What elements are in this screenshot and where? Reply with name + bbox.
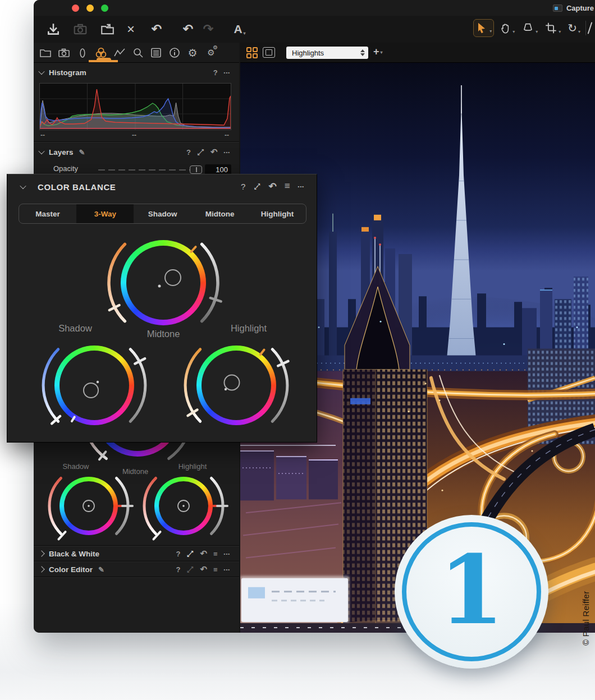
tab-exposure[interactable] bbox=[112, 45, 127, 60]
highlight-wheel-small[interactable] bbox=[139, 461, 228, 551]
color-editor-header[interactable]: Color Editor ✎ ? ↗↙ ↶ ≡ ••• bbox=[34, 562, 239, 577]
select-arrows-icon bbox=[359, 48, 366, 57]
proof-view-button[interactable] bbox=[263, 47, 275, 58]
help-icon[interactable]: ? bbox=[186, 148, 191, 156]
minimize-button[interactable] bbox=[86, 4, 94, 12]
stage: Capture × ↶ ↶ ↷ bbox=[0, 0, 595, 700]
menu-icon[interactable]: ≡ bbox=[213, 565, 218, 574]
titlebar: Capture bbox=[34, 0, 595, 16]
shadow-wheel-small[interactable] bbox=[44, 461, 134, 551]
expand-icon[interactable]: ↗↙ bbox=[197, 149, 204, 156]
undo-button[interactable]: ↶ bbox=[178, 20, 198, 39]
tab-settings[interactable]: ⚙ bbox=[185, 45, 200, 60]
tab-details[interactable] bbox=[131, 45, 145, 60]
histogram-svg bbox=[40, 84, 231, 130]
camera-icon bbox=[58, 47, 70, 59]
tick-label: -- bbox=[40, 131, 45, 139]
reset-icon[interactable]: ↶ bbox=[200, 564, 207, 574]
chevron-right-icon bbox=[38, 550, 44, 556]
wheel-arcs bbox=[44, 461, 134, 551]
opacity-slider-track[interactable] bbox=[98, 169, 199, 171]
help-icon[interactable]: ? bbox=[241, 182, 245, 191]
capture-button[interactable] bbox=[71, 20, 90, 39]
expand-icon[interactable]: ↗↙ bbox=[186, 550, 194, 558]
highlight-wheel[interactable] bbox=[177, 326, 295, 444]
more-icon[interactable]: ••• bbox=[224, 551, 230, 556]
cursor-tool-button[interactable]: ▾ bbox=[473, 19, 494, 37]
selected-tab-indicator-bump bbox=[97, 58, 111, 61]
wheel-arcs bbox=[177, 326, 295, 444]
tab-info[interactable] bbox=[167, 45, 182, 60]
tab-library[interactable] bbox=[38, 45, 53, 60]
crop-tool-button[interactable]: ▾ bbox=[543, 19, 562, 37]
more-icon[interactable]: ••• bbox=[298, 184, 304, 189]
menu-icon[interactable]: ≡ bbox=[213, 550, 218, 558]
text-tool-icon: A bbox=[234, 22, 242, 36]
photo-credit: © Paul Reiffer bbox=[581, 550, 592, 646]
reset-icon[interactable]: ↶ bbox=[200, 549, 207, 559]
shadow-wheel[interactable] bbox=[35, 326, 153, 444]
tab-capture[interactable] bbox=[57, 45, 71, 60]
black-white-header[interactable]: Black & White ? ↗↙ ↶ ≡ ••• bbox=[34, 546, 239, 561]
tab-highlight[interactable]: Highlight bbox=[249, 204, 306, 223]
layers-header[interactable]: Layers ✎ ? ↗↙ ↶ ••• bbox=[34, 145, 239, 159]
rotate-icon: ↻ bbox=[567, 21, 577, 35]
preset-dropdown[interactable]: Highlights bbox=[286, 47, 368, 59]
tab-adjustments[interactable]: ⚙⚙ bbox=[204, 45, 218, 60]
loupe-tool-button[interactable]: ▾ bbox=[520, 19, 539, 37]
more-icon[interactable]: ••• bbox=[224, 70, 230, 75]
tab-metadata[interactable] bbox=[149, 45, 163, 60]
reset-icon[interactable]: ↶ bbox=[268, 181, 276, 192]
redo-icon: ↷ bbox=[203, 23, 213, 35]
export-button[interactable] bbox=[98, 20, 117, 39]
histogram-header[interactable]: Histogram ? ••• bbox=[34, 65, 239, 80]
rotate-tool-button[interactable]: ↻ ▾ bbox=[566, 19, 582, 37]
delete-button[interactable]: × bbox=[121, 20, 140, 39]
loupe-icon bbox=[521, 21, 534, 35]
tab-master[interactable]: Master bbox=[19, 204, 76, 223]
redo-button[interactable]: ↷ bbox=[199, 20, 218, 39]
hand-icon bbox=[499, 21, 511, 35]
expand-icon[interactable]: ↗↙ bbox=[186, 566, 194, 573]
opacity-slider-handle[interactable] bbox=[190, 165, 202, 174]
more-icon[interactable]: ••• bbox=[224, 567, 230, 572]
histogram-title: Histogram bbox=[49, 68, 86, 77]
curve-icon bbox=[113, 47, 126, 59]
reset-button[interactable]: ↶ bbox=[147, 20, 166, 39]
color-balance-header[interactable]: COLOR BALANCE ? ↗↙ ↶ ≡ ••• bbox=[7, 179, 317, 195]
chevron-down-icon bbox=[38, 148, 44, 154]
info-icon bbox=[168, 47, 181, 59]
histogram-chart bbox=[39, 83, 231, 130]
help-icon[interactable]: ? bbox=[176, 565, 180, 574]
tab-lens[interactable] bbox=[75, 45, 90, 60]
window-title-text: Capture bbox=[566, 4, 594, 12]
caret-down-icon: ▾ bbox=[512, 29, 515, 37]
viewer-toolbar: Highlights + ▾ bbox=[240, 43, 595, 63]
black-white-title: Black & White bbox=[49, 550, 99, 558]
reset-icon[interactable]: ↶ bbox=[210, 147, 218, 157]
help-icon[interactable]: ? bbox=[213, 68, 218, 77]
color-balance-title: COLOR BALANCE bbox=[38, 182, 116, 192]
tool-tab-strip: ⚙ ⚙⚙ bbox=[34, 43, 239, 63]
zoom-button[interactable] bbox=[101, 4, 108, 12]
gear-icon: ⚙ bbox=[187, 47, 197, 59]
expand-icon[interactable]: ↗↙ bbox=[253, 183, 260, 190]
caret-down-icon: ▾ bbox=[536, 29, 538, 37]
import-button[interactable] bbox=[44, 20, 63, 39]
wheel-arcs bbox=[35, 326, 153, 444]
chevron-down-icon bbox=[38, 68, 44, 75]
color-balance-panel: COLOR BALANCE ? ↗↙ ↶ ≡ ••• Master 3-Way … bbox=[7, 174, 317, 443]
grid-view-button[interactable] bbox=[246, 47, 258, 58]
color-editor-title: Color Editor bbox=[49, 565, 93, 574]
menu-icon[interactable]: ≡ bbox=[285, 181, 290, 192]
more-icon[interactable]: ••• bbox=[224, 150, 230, 155]
folder-icon bbox=[39, 47, 52, 59]
help-icon[interactable]: ? bbox=[176, 550, 180, 558]
chevron-right-icon bbox=[38, 566, 44, 572]
add-preset-button[interactable]: + ▾ bbox=[373, 46, 383, 58]
divider bbox=[34, 561, 239, 561]
annotate-button[interactable]: A ▾ bbox=[230, 20, 249, 39]
close-button[interactable] bbox=[72, 4, 79, 12]
undo-icon: ↶ bbox=[152, 23, 162, 35]
pan-tool-button[interactable]: ▾ bbox=[497, 19, 516, 37]
